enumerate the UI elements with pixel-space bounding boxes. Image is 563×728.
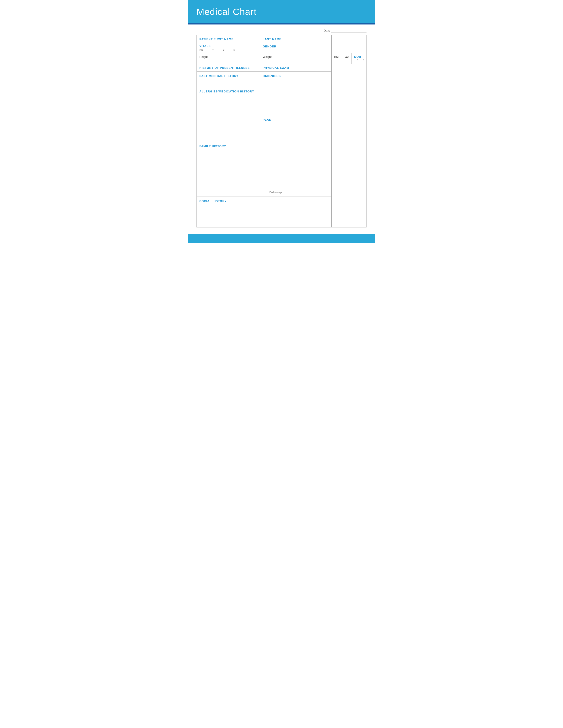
history-of-present-illness-label: HISTORY OF PRESENT ILLNESS: [199, 66, 250, 69]
history-physical-row: HISTORY OF PRESENT ILLNESS PHYSICAL EXAM: [197, 64, 367, 72]
social-history-row: SOCIAL HISTORY: [197, 197, 367, 227]
weight-cell: Weight: [260, 53, 332, 64]
allergies-cell: ALLERGIES/MEDICATION HISTORY: [197, 87, 260, 142]
height-label: Height: [199, 55, 208, 58]
measurements-row: Height Weight BMI O2 DOB / /: [197, 53, 367, 64]
page-content: Date PATIENT FIRST NAME LAST NAME VITALS…: [188, 24, 375, 234]
allergies-label: ALLERGIES/MEDICATION HISTORY: [199, 90, 254, 93]
family-history-label: FAMILY HISTORY: [199, 144, 226, 148]
past-medical-history-label: PAST MEDICAL HISTORY: [199, 74, 238, 78]
last-name-cell: LAST NAME: [260, 35, 332, 43]
patient-first-name-label: PATIENT FIRST NAME: [199, 38, 233, 41]
social-right-cell: [260, 197, 332, 227]
bp-label: BP: [199, 49, 203, 52]
date-line: [331, 29, 367, 32]
vitals-row: VITALS BP T P R GENDER: [197, 43, 367, 53]
gender-label: GENDER: [263, 45, 276, 48]
follow-up-line: [285, 192, 329, 192]
follow-up-row: Follow up: [263, 190, 329, 194]
dob-slashes: / /: [354, 58, 364, 62]
page-title: Medical Chart: [196, 7, 367, 17]
footer-bar: [188, 234, 375, 243]
weight-label: Weight: [263, 55, 271, 58]
vitals-cell: VITALS BP T P R: [197, 43, 260, 53]
height-cell: Height: [197, 53, 260, 64]
vitals-label: VITALS: [199, 44, 257, 48]
r-label: R: [233, 49, 235, 52]
patient-name-row: PATIENT FIRST NAME LAST NAME: [197, 35, 367, 43]
family-history-cell: FAMILY HISTORY: [197, 142, 260, 197]
plan-label: PLAN: [263, 118, 271, 121]
diagnosis-plan-cell: DIAGNOSIS PLAN Follow up: [260, 72, 332, 197]
main-form-table: PATIENT FIRST NAME LAST NAME VITALS BP T…: [196, 35, 367, 227]
page-header: Medical Chart: [188, 0, 375, 23]
gender-cell: GENDER: [260, 43, 332, 53]
dob-cell: DOB / /: [352, 53, 367, 64]
past-medical-diagnosis-row: PAST MEDICAL HISTORY DIAGNOSIS PLAN Foll…: [197, 72, 367, 87]
p-label: P: [222, 49, 224, 52]
physical-exam-cell: PHYSICAL EXAM: [260, 64, 332, 72]
bmi-cell: BMI: [332, 53, 342, 64]
header-accent-bar: [188, 23, 375, 24]
diagnosis-label: DIAGNOSIS: [263, 74, 281, 78]
history-of-present-illness-cell: HISTORY OF PRESENT ILLNESS: [197, 64, 260, 72]
past-medical-history-cell: PAST MEDICAL HISTORY: [197, 72, 260, 87]
last-name-label: LAST NAME: [263, 38, 282, 41]
t-label: T: [212, 49, 214, 52]
bmi-label: BMI: [334, 55, 339, 58]
physical-exam-label: PHYSICAL EXAM: [263, 66, 289, 69]
date-label: Date: [324, 29, 330, 32]
date-row: Date: [196, 29, 367, 32]
vitals-values: BP T P R: [199, 49, 257, 52]
o2-label: O2: [345, 55, 349, 58]
follow-up-checkbox[interactable]: [263, 190, 267, 194]
o2-cell: O2: [342, 53, 351, 64]
diagnosis-section: DIAGNOSIS: [263, 74, 329, 113]
social-history-cell: SOCIAL HISTORY: [197, 197, 260, 227]
follow-up-label: Follow up: [269, 191, 282, 194]
patient-first-name-cell: PATIENT FIRST NAME: [197, 35, 260, 43]
social-history-label: SOCIAL HISTORY: [199, 199, 227, 203]
dob-label: DOB: [354, 55, 361, 58]
plan-section: PLAN Follow up: [263, 118, 329, 194]
